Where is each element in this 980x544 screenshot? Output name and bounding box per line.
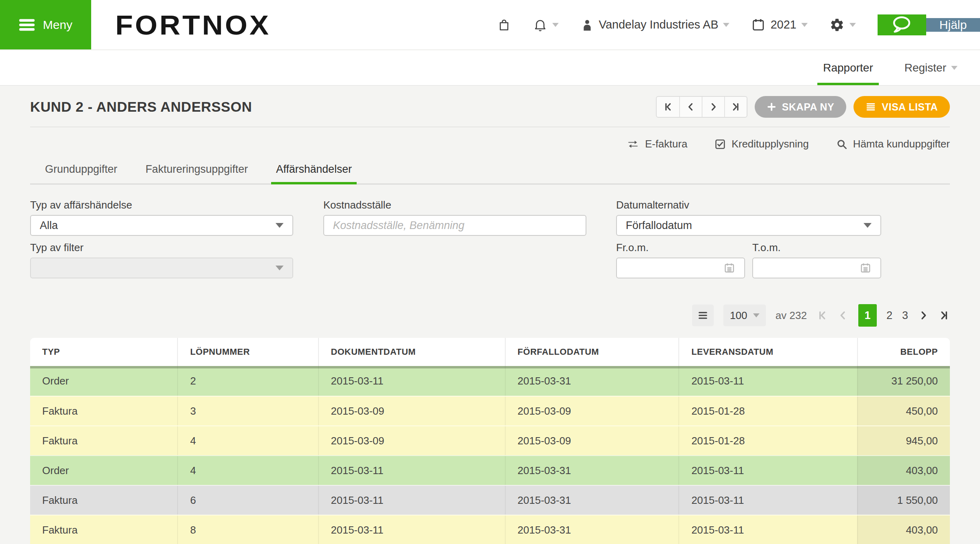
page-button-2[interactable]: 2 [886,309,892,322]
hamta-kunduppgifter-link[interactable]: Hämta kunduppgifter [836,138,950,150]
previous-record-button[interactable] [679,97,702,117]
cell-forfallodatum: 2015-03-31 [505,515,679,544]
cost-center-input[interactable] [333,216,577,235]
help-label: Hjälp [939,18,967,32]
column-header-belopp[interactable]: BELOPP [857,338,950,366]
tab-label: Affärshändelser [276,163,352,175]
chevron-down-icon [801,23,808,27]
filters-section: Typ av affärshändelse Alla Kostnadsställ… [30,199,950,292]
next-page-button[interactable] [918,310,929,321]
type-filter-select[interactable]: Alla [30,215,293,236]
divider [30,127,950,127]
first-page-button[interactable] [817,310,828,321]
list-icon [866,102,876,112]
cell-dokumentdatum: 2015-03-11 [318,366,505,396]
filter-type-select[interactable] [30,258,293,278]
cost-center-label: Kostnadsställe [323,199,586,211]
type-filter-label: Typ av affärshändelse [30,199,293,211]
cell-leveransdatum: 2015-03-11 [678,456,857,485]
settings-button[interactable] [829,17,856,33]
cell-leveransdatum: 2015-01-28 [678,397,857,425]
fortnox-logo: FORTNOX [115,1,271,48]
next-record-button[interactable] [702,97,724,117]
page-button-3[interactable]: 3 [902,309,908,322]
nav-item-rapporter[interactable]: Rapporter [817,50,879,85]
efaktura-link[interactable]: E-faktura [627,138,688,150]
store-button[interactable] [497,18,511,32]
notifications-button[interactable] [533,18,559,32]
cell-leveransdatum: 2015-03-11 [678,366,857,396]
page-button-1[interactable]: 1 [858,304,877,327]
from-date-label: Fr.o.m. [616,241,745,254]
calendar-icon[interactable] [860,262,872,274]
cell-typ: Faktura [30,486,177,515]
cell-dokumentdatum: 2015-03-11 [318,456,505,485]
table-row[interactable]: Order 4 2015-03-11 2015-03-31 2015-03-11… [30,455,950,485]
bell-icon [533,18,547,32]
cell-forfallodatum: 2015-03-31 [505,456,679,485]
table-row[interactable]: Faktura 6 2015-03-11 2015-03-31 2015-03-… [30,485,950,515]
column-header-leveransdatum[interactable]: LEVERANSDATUM [678,338,857,366]
calendar-icon[interactable] [723,262,735,274]
cell-lopnummer: 8 [177,515,318,544]
tab-faktureringsuppgifter[interactable]: Faktureringsuppgifter [141,163,253,184]
cell-belopp: 1 550,00 [857,486,950,515]
company-name: Vandelay Industries AB [599,18,719,31]
to-date-label: T.o.m. [752,241,881,254]
date-option-label: Datumalternativ [616,199,881,211]
table-row[interactable]: Faktura 8 2015-03-11 2015-03-31 2015-03-… [30,515,950,544]
chevron-down-icon [951,66,958,70]
page-title: KUND 2 - ANDERS ANDERSSON [30,99,252,115]
chevron-down-icon [276,223,284,228]
chevron-down-icon [753,313,760,317]
cell-lopnummer: 4 [177,456,318,485]
cell-forfallodatum: 2015-03-31 [505,486,679,515]
page-size-select[interactable]: 100 [723,305,766,326]
create-new-label: SKAPA NY [782,101,834,113]
column-header-forfallodatum[interactable]: FÖRFALLODATUM [505,338,679,366]
gear-icon [829,17,845,33]
chevron-down-icon [864,223,872,228]
cell-lopnummer: 6 [177,486,318,515]
menu-button[interactable]: Meny [0,0,91,49]
table-header: TYP LÖPNUMMER DOKUMENTDATUM FÖRFALLODATU… [30,338,950,366]
to-date-input[interactable] [762,258,855,278]
nav-item-register[interactable]: Register [899,50,963,85]
tab-grunduppgifter[interactable]: Grunduppgifter [40,163,122,184]
column-header-dokumentdatum[interactable]: DOKUMENTDATUM [318,338,505,366]
first-record-button[interactable] [657,97,679,117]
column-header-typ[interactable]: TYP [30,338,177,366]
last-page-button[interactable] [939,310,950,321]
year-value: 2021 [770,18,796,31]
create-new-button[interactable]: SKAPA NY [755,96,846,118]
cell-lopnummer: 4 [177,426,318,455]
calendar-icon [751,18,766,32]
cell-lopnummer: 2 [177,366,318,396]
column-header-lopnummer[interactable]: LÖPNUMMER [177,338,318,366]
table-row[interactable]: Faktura 4 2015-03-09 2015-03-09 2015-01-… [30,425,950,455]
chevron-down-icon [276,266,284,270]
help-button[interactable]: Hjälp [926,18,980,32]
quick-links: E-faktura Kreditupplysning Hämta kundupp… [30,138,950,150]
chevron-down-icon [849,23,856,27]
top-bar-right: Vandelay Industries AB 2021 Hjälp [497,0,980,49]
company-selector[interactable]: Vandelay Industries AB [580,18,730,32]
list-view-button[interactable] [692,305,714,326]
kreditupplysning-label: Kreditupplysning [731,138,808,150]
previous-page-button[interactable] [837,310,849,321]
cell-forfallodatum: 2015-03-09 [505,397,679,425]
year-selector[interactable]: 2021 [751,18,808,32]
tab-affarshandelser[interactable]: Affärshändelser [271,163,357,184]
from-date-input[interactable] [626,258,719,278]
show-list-label: VISA LISTA [882,101,938,113]
chat-button[interactable] [878,14,926,35]
cell-dokumentdatum: 2015-03-11 [318,515,505,544]
table-row[interactable]: Faktura 3 2015-03-09 2015-03-09 2015-01-… [30,396,950,425]
show-list-button[interactable]: VISA LISTA [853,96,950,118]
date-option-select[interactable]: Förfallodatum [616,215,881,236]
cell-typ: Faktura [30,397,177,425]
last-record-button[interactable] [724,97,747,117]
kreditupplysning-link[interactable]: Kreditupplysning [715,138,808,150]
cell-dokumentdatum: 2015-03-09 [318,426,505,455]
table-row[interactable]: Order 2 2015-03-11 2015-03-31 2015-03-11… [30,366,950,396]
